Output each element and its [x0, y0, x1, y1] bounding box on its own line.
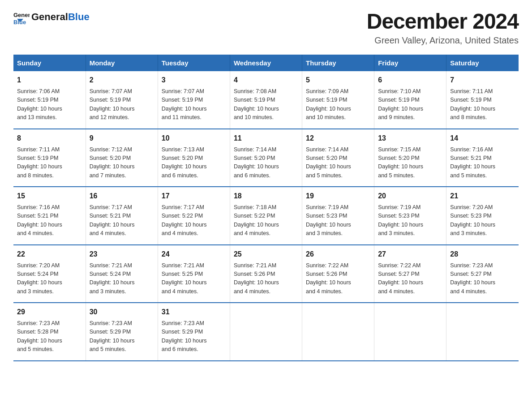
- day-number: 13: [378, 133, 442, 144]
- calendar-cell: 30 Sunrise: 7:23 AM Sunset: 5:29 PM Dayl…: [86, 303, 158, 361]
- day-number: 27: [378, 249, 442, 260]
- day-number: 8: [17, 133, 82, 144]
- day-number: 23: [90, 249, 154, 260]
- page-header: General Blue GeneralBlue December 2024 G…: [13, 9, 519, 46]
- day-number: 12: [306, 133, 370, 144]
- calendar-cell: 28 Sunrise: 7:23 AM Sunset: 5:27 PM Dayl…: [446, 245, 519, 303]
- col-saturday: Saturday: [446, 55, 519, 71]
- calendar-cell: 19 Sunrise: 7:19 AM Sunset: 5:23 PM Dayl…: [302, 187, 374, 245]
- logo-text: GeneralBlue: [31, 12, 90, 22]
- calendar-cell: 24 Sunrise: 7:21 AM Sunset: 5:25 PM Dayl…: [158, 245, 230, 303]
- day-info: Sunrise: 7:20 AM Sunset: 5:23 PM Dayligh…: [450, 203, 515, 238]
- calendar-cell: 15 Sunrise: 7:16 AM Sunset: 5:21 PM Dayl…: [13, 187, 86, 245]
- calendar-week-1: 1 Sunrise: 7:06 AM Sunset: 5:19 PM Dayli…: [13, 71, 519, 129]
- day-info: Sunrise: 7:23 AM Sunset: 5:29 PM Dayligh…: [162, 319, 226, 354]
- day-number: 25: [234, 249, 298, 260]
- calendar-cell: 7 Sunrise: 7:11 AM Sunset: 5:19 PM Dayli…: [446, 71, 519, 129]
- calendar-cell: 16 Sunrise: 7:17 AM Sunset: 5:21 PM Dayl…: [86, 187, 158, 245]
- day-info: Sunrise: 7:07 AM Sunset: 5:19 PM Dayligh…: [162, 87, 226, 122]
- day-info: Sunrise: 7:22 AM Sunset: 5:26 PM Dayligh…: [306, 261, 370, 296]
- day-number: 6: [378, 75, 442, 86]
- calendar-cell: 2 Sunrise: 7:07 AM Sunset: 5:19 PM Dayli…: [86, 71, 158, 129]
- day-number: 15: [17, 191, 82, 201]
- day-number: 4: [234, 75, 298, 86]
- day-info: Sunrise: 7:18 AM Sunset: 5:22 PM Dayligh…: [234, 203, 298, 238]
- day-number: 2: [90, 75, 154, 86]
- calendar-cell: 14 Sunrise: 7:16 AM Sunset: 5:21 PM Dayl…: [446, 129, 519, 187]
- col-thursday: Thursday: [302, 55, 374, 71]
- calendar-cell: 8 Sunrise: 7:11 AM Sunset: 5:19 PM Dayli…: [13, 129, 86, 187]
- month-title: December 2024: [367, 9, 519, 34]
- col-sunday: Sunday: [13, 55, 86, 71]
- logo: General Blue GeneralBlue: [13, 9, 90, 25]
- calendar-cell: 3 Sunrise: 7:07 AM Sunset: 5:19 PM Dayli…: [158, 71, 230, 129]
- day-info: Sunrise: 7:17 AM Sunset: 5:22 PM Dayligh…: [162, 203, 226, 238]
- calendar-cell: 4 Sunrise: 7:08 AM Sunset: 5:19 PM Dayli…: [230, 71, 302, 129]
- calendar-table: Sunday Monday Tuesday Wednesday Thursday…: [13, 55, 519, 361]
- day-number: 14: [450, 133, 515, 144]
- day-number: 1: [17, 75, 82, 86]
- day-info: Sunrise: 7:12 AM Sunset: 5:20 PM Dayligh…: [90, 146, 154, 180]
- calendar-cell: 17 Sunrise: 7:17 AM Sunset: 5:22 PM Dayl…: [158, 187, 230, 245]
- calendar-cell: [374, 303, 446, 361]
- day-info: Sunrise: 7:09 AM Sunset: 5:19 PM Dayligh…: [306, 87, 370, 122]
- day-number: 24: [162, 249, 226, 260]
- day-number: 26: [306, 249, 370, 260]
- day-number: 9: [90, 133, 154, 144]
- day-info: Sunrise: 7:16 AM Sunset: 5:21 PM Dayligh…: [450, 146, 515, 180]
- day-number: 19: [306, 191, 370, 201]
- calendar-cell: 5 Sunrise: 7:09 AM Sunset: 5:19 PM Dayli…: [302, 71, 374, 129]
- col-friday: Friday: [374, 55, 446, 71]
- day-info: Sunrise: 7:07 AM Sunset: 5:19 PM Dayligh…: [90, 87, 154, 122]
- calendar-cell: 25 Sunrise: 7:21 AM Sunset: 5:26 PM Dayl…: [230, 245, 302, 303]
- day-number: 5: [306, 75, 370, 86]
- calendar-cell: 20 Sunrise: 7:19 AM Sunset: 5:23 PM Dayl…: [374, 187, 446, 245]
- calendar-cell: 22 Sunrise: 7:20 AM Sunset: 5:24 PM Dayl…: [13, 245, 86, 303]
- day-info: Sunrise: 7:06 AM Sunset: 5:19 PM Dayligh…: [17, 87, 82, 122]
- calendar-cell: 26 Sunrise: 7:22 AM Sunset: 5:26 PM Dayl…: [302, 245, 374, 303]
- day-info: Sunrise: 7:11 AM Sunset: 5:19 PM Dayligh…: [450, 87, 515, 122]
- calendar-cell: 18 Sunrise: 7:18 AM Sunset: 5:22 PM Dayl…: [230, 187, 302, 245]
- calendar-cell: [302, 303, 374, 361]
- day-info: Sunrise: 7:13 AM Sunset: 5:20 PM Dayligh…: [162, 146, 226, 180]
- col-tuesday: Tuesday: [158, 55, 230, 71]
- logo-general: General: [31, 11, 68, 22]
- day-info: Sunrise: 7:21 AM Sunset: 5:26 PM Dayligh…: [234, 261, 298, 296]
- day-number: 21: [450, 191, 515, 201]
- calendar-cell: 9 Sunrise: 7:12 AM Sunset: 5:20 PM Dayli…: [86, 129, 158, 187]
- day-number: 20: [378, 191, 442, 201]
- day-info: Sunrise: 7:22 AM Sunset: 5:27 PM Dayligh…: [378, 261, 442, 296]
- day-number: 28: [450, 249, 515, 260]
- calendar-week-5: 29 Sunrise: 7:23 AM Sunset: 5:28 PM Dayl…: [13, 303, 519, 361]
- day-number: 7: [450, 75, 515, 86]
- calendar-cell: 13 Sunrise: 7:15 AM Sunset: 5:20 PM Dayl…: [374, 129, 446, 187]
- day-number: 16: [90, 191, 154, 201]
- day-info: Sunrise: 7:20 AM Sunset: 5:24 PM Dayligh…: [17, 261, 82, 296]
- day-number: 22: [17, 249, 82, 260]
- calendar-week-2: 8 Sunrise: 7:11 AM Sunset: 5:19 PM Dayli…: [13, 129, 519, 187]
- calendar-cell: 29 Sunrise: 7:23 AM Sunset: 5:28 PM Dayl…: [13, 303, 86, 361]
- day-info: Sunrise: 7:14 AM Sunset: 5:20 PM Dayligh…: [234, 146, 298, 180]
- day-number: 18: [234, 191, 298, 201]
- day-info: Sunrise: 7:21 AM Sunset: 5:25 PM Dayligh…: [162, 261, 226, 296]
- day-info: Sunrise: 7:23 AM Sunset: 5:29 PM Dayligh…: [90, 319, 154, 354]
- logo-blue: Blue: [68, 11, 90, 22]
- calendar-cell: 21 Sunrise: 7:20 AM Sunset: 5:23 PM Dayl…: [446, 187, 519, 245]
- title-section: December 2024 Green Valley, Arizona, Uni…: [367, 9, 519, 46]
- svg-text:Blue: Blue: [13, 19, 26, 25]
- svg-text:General: General: [13, 12, 30, 18]
- day-number: 29: [17, 307, 82, 317]
- day-number: 11: [234, 133, 298, 144]
- calendar-header: Sunday Monday Tuesday Wednesday Thursday…: [13, 55, 519, 71]
- calendar-cell: 23 Sunrise: 7:21 AM Sunset: 5:24 PM Dayl…: [86, 245, 158, 303]
- day-info: Sunrise: 7:17 AM Sunset: 5:21 PM Dayligh…: [90, 203, 154, 238]
- day-number: 3: [162, 75, 226, 86]
- day-info: Sunrise: 7:19 AM Sunset: 5:23 PM Dayligh…: [306, 203, 370, 238]
- calendar-cell: 12 Sunrise: 7:14 AM Sunset: 5:20 PM Dayl…: [302, 129, 374, 187]
- day-info: Sunrise: 7:15 AM Sunset: 5:20 PM Dayligh…: [378, 146, 442, 180]
- day-info: Sunrise: 7:14 AM Sunset: 5:20 PM Dayligh…: [306, 146, 370, 180]
- calendar-cell: [446, 303, 519, 361]
- calendar-cell: 1 Sunrise: 7:06 AM Sunset: 5:19 PM Dayli…: [13, 71, 86, 129]
- calendar-week-3: 15 Sunrise: 7:16 AM Sunset: 5:21 PM Dayl…: [13, 187, 519, 245]
- header-row: Sunday Monday Tuesday Wednesday Thursday…: [13, 55, 519, 71]
